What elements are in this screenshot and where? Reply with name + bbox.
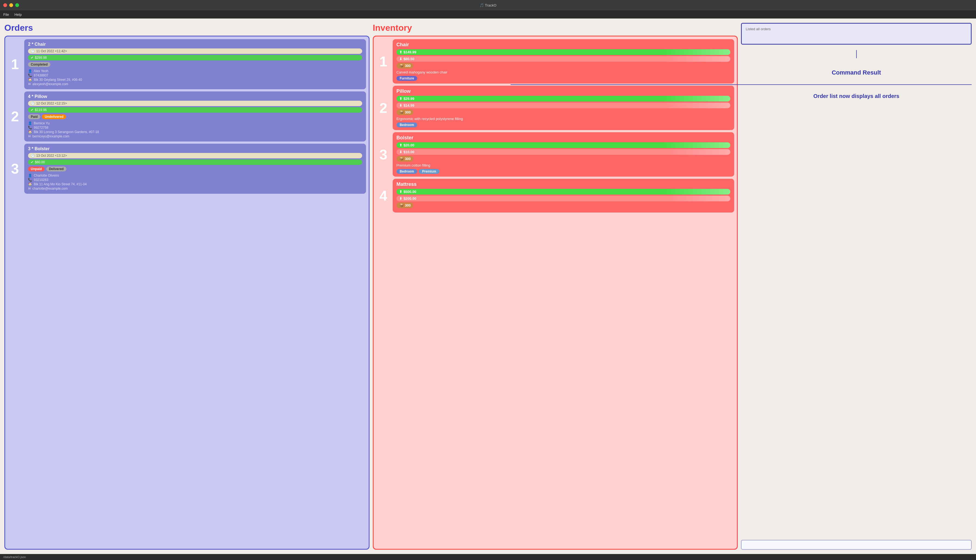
detail-icon: 👤 <box>28 173 32 177</box>
detail-icon: 📞 <box>28 126 32 130</box>
order-row: 24 * Pillow🕐12 Oct 2022 <12:15>✔$119.96P… <box>8 92 366 142</box>
down-arrow-icon: ⬇ <box>399 57 402 61</box>
command-result-label: Command Result <box>741 69 972 76</box>
detail-icon: ✉ <box>28 134 31 138</box>
detail-text: 93210283 <box>34 178 48 182</box>
minimize-button[interactable] <box>9 3 13 7</box>
up-arrow-icon: ⬆ <box>399 190 402 194</box>
inventory-list: 1Chair⬆$149.99⬇$80.50📦300Carved mahogany… <box>373 36 738 550</box>
inventory-item-title: Bolster <box>396 135 730 141</box>
inventory-number: 4 <box>376 179 391 213</box>
clock-icon: 🕐 <box>31 154 35 158</box>
order-customer-name: 👤Alex Yeoh <box>28 69 362 73</box>
orders-list: 12 * Chair🕐11 Oct 2022 <11:42>✔$299.98Co… <box>4 36 369 550</box>
menu-bar: File Help <box>0 10 976 18</box>
buy-price-value: $200.00 <box>404 197 416 200</box>
detail-icon: 📞 <box>28 73 32 77</box>
status-badge: Completed <box>28 62 50 67</box>
sell-price-value: $29.99 <box>404 97 414 101</box>
inventory-card: Pillow⬆$29.99⬇$14.99📦300Ergonomic with r… <box>393 86 734 130</box>
inventory-buy-price: ⬇$14.99 <box>396 103 730 108</box>
inventory-number: 1 <box>376 39 391 83</box>
order-price: $60.00 <box>35 160 45 164</box>
order-customer-name: 👤Charlotte Oliveiro <box>28 173 362 177</box>
money-icon: ✔ <box>31 160 33 164</box>
order-address: 🏠Blk 11 Ang Mo Kio Street 74, #11-04 <box>28 182 362 186</box>
menu-help[interactable]: Help <box>15 13 22 17</box>
order-price-bar: ✔$60.00 <box>28 160 362 165</box>
orders-title: Orders <box>4 23 369 33</box>
order-date: 12 Oct 2022 <12:15> <box>36 102 67 105</box>
buy-price-value: $10.00 <box>404 150 414 154</box>
detail-text: Alex Yeoh <box>34 69 48 73</box>
inventory-stock: 📦300 <box>396 156 414 162</box>
status-badge: Unpaid <box>28 167 45 172</box>
menu-file[interactable]: File <box>3 13 9 17</box>
command-note: Order list now displays all orders <box>741 93 972 100</box>
buy-price-value: $80.50 <box>404 57 414 61</box>
inventory-sell-price: ⬆$500.00 <box>396 189 730 195</box>
up-arrow-icon: ⬆ <box>399 50 402 54</box>
down-arrow-icon: ⬇ <box>399 197 402 200</box>
order-email: ✉charlotte@example.com <box>28 187 362 190</box>
order-date: 11 Oct 2022 <11:42> <box>36 49 67 53</box>
order-number: 3 <box>8 144 22 194</box>
right-panel: Listed all orders Command Result Order l… <box>741 23 972 550</box>
inventory-item-title: Mattress <box>396 182 730 187</box>
inventory-stock: 📦300 <box>396 63 414 68</box>
order-date-bar: 🕐11 Oct 2022 <11:42> <box>28 48 362 54</box>
down-arrow-icon: ⬇ <box>399 150 402 154</box>
order-price: $119.96 <box>35 108 47 112</box>
app-title: 🎵 TrackO <box>480 3 496 7</box>
order-phone: 📞87438807 <box>28 73 362 77</box>
inventory-description: Carved mahogany wooden chair <box>396 70 730 74</box>
order-row: 12 * Chair🕐11 Oct 2022 <11:42>✔$299.98Co… <box>8 39 366 89</box>
detail-icon: 📞 <box>28 178 32 182</box>
detail-text: Charlotte Oliveiro <box>34 173 59 177</box>
inventory-buy-price: ⬇$10.00 <box>396 149 730 155</box>
order-item-title: 3 * Bolster <box>28 147 362 151</box>
detail-text: berniceyu@example.com <box>32 134 69 138</box>
order-price-bar: ✔$119.96 <box>28 107 362 113</box>
order-row: 33 * Bolster🕐13 Oct 2022 <13:12>✔$60.00U… <box>8 144 366 194</box>
inventory-row: 2Pillow⬆$29.99⬇$14.99📦300Ergonomic with … <box>376 86 734 130</box>
inventory-description: Premium cotton filling <box>396 163 730 167</box>
detail-icon: 🏠 <box>28 182 32 186</box>
up-arrow-icon: ⬆ <box>399 143 402 147</box>
order-address: 🏠Blk 30 Geylang Street 29, #06-40 <box>28 78 362 82</box>
command-input[interactable] <box>744 542 969 548</box>
order-card: 2 * Chair🕐11 Oct 2022 <11:42>✔$299.98Com… <box>24 39 366 89</box>
detail-text: charlotte@example.com <box>32 187 68 190</box>
order-phone: 📞99272758 <box>28 126 362 130</box>
detail-icon: 👤 <box>28 122 32 125</box>
order-email: ✉alexyeoh@example.com <box>28 82 362 86</box>
command-input-box[interactable] <box>741 540 972 550</box>
order-item-title: 4 * Pillow <box>28 94 362 99</box>
order-phone: 📞93210283 <box>28 178 362 182</box>
maximize-button[interactable] <box>15 3 19 7</box>
box-icon: 📦 <box>399 110 404 114</box>
inventory-sell-price: ⬆$20.00 <box>396 142 730 148</box>
close-button[interactable] <box>3 3 7 7</box>
detail-text: Blk 30 Geylang Street 29, #06-40 <box>34 78 82 82</box>
stock-value: 300 <box>405 157 411 161</box>
detail-text: Blk 11 Ang Mo Kio Street 74, #11-04 <box>34 182 87 186</box>
status-badge: Paid <box>28 114 40 119</box>
inventory-item-title: Chair <box>396 42 730 48</box>
detail-icon: 👤 <box>28 69 32 73</box>
order-address: 🏠Blk 30 Lorong 3 Serangoon Gardens, #07-… <box>28 130 362 134</box>
inventory-tags: BedroomPremium <box>396 169 730 174</box>
sell-price-value: $20.00 <box>404 143 414 147</box>
inventory-buy-price: ⬇$80.50 <box>396 56 730 62</box>
window-controls[interactable] <box>3 3 19 7</box>
order-card: 4 * Pillow🕐12 Oct 2022 <12:15>✔$119.96Pa… <box>24 92 366 142</box>
buy-price-value: $14.99 <box>404 103 414 107</box>
order-item-title: 2 * Chair <box>28 42 362 47</box>
order-price-bar: ✔$299.98 <box>28 55 362 60</box>
inventory-card: Bolster⬆$20.00⬇$10.00📦300Premium cotton … <box>393 132 734 177</box>
order-email: ✉berniceyu@example.com <box>28 134 362 138</box>
box-icon: 📦 <box>399 203 404 207</box>
status-bar: /data/trackO.json <box>0 554 976 560</box>
up-arrow-icon: ⬆ <box>399 97 402 101</box>
inventory-tag: Bedroom <box>396 169 418 174</box>
